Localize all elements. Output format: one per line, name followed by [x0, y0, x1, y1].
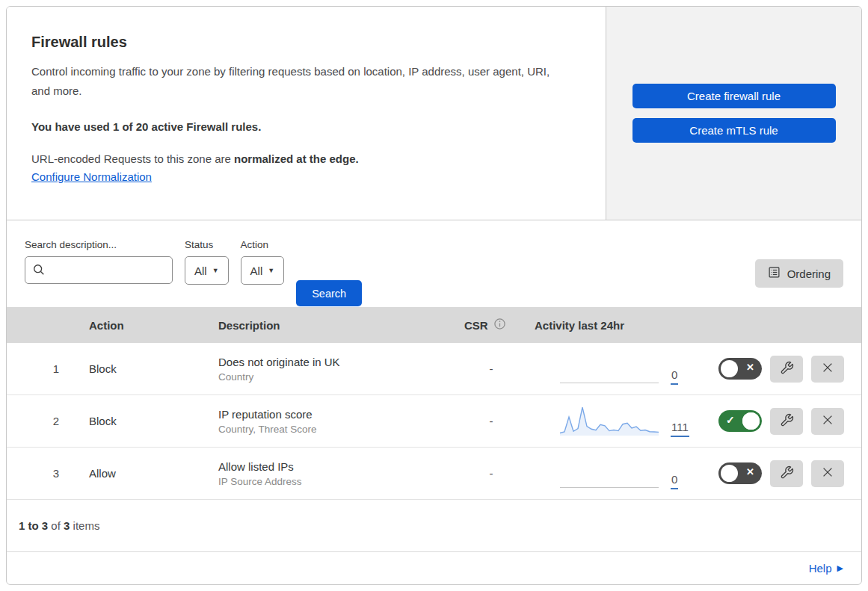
firewall-rules-card: Firewall rules Control incoming traffic …: [6, 6, 862, 585]
rule-activity-cell: 111: [530, 395, 700, 447]
rule-controls: ✓ ✕: [700, 460, 861, 487]
rule-csr: -: [452, 362, 530, 375]
edit-rule-button[interactable]: [770, 460, 803, 487]
rule-activity-cell: 0: [530, 343, 700, 394]
activity-count-link[interactable]: 0: [671, 368, 678, 385]
table-header: Action Description CSR Activity last 24h…: [7, 307, 861, 343]
usage-note: You have used 1 of 20 active Firewall ru…: [31, 120, 576, 133]
rule-enabled-toggle[interactable]: ✓ ✕: [718, 358, 762, 380]
rule-csr: -: [452, 415, 530, 427]
rule-controls: ✓ ✕: [700, 408, 861, 435]
delete-rule-button[interactable]: [811, 408, 844, 435]
intro-description: Control incoming traffic to your zone by…: [31, 62, 562, 100]
rule-description: IP reputation score: [218, 408, 452, 421]
rule-priority: 1: [7, 362, 79, 375]
search-input[interactable]: [25, 256, 173, 284]
action-label: Action: [241, 239, 285, 250]
edit-rule-button[interactable]: [770, 356, 803, 383]
item-range: 1 to 3: [19, 519, 48, 532]
column-description: Description: [208, 319, 452, 332]
rule-description-cell: IP reputation score Country, Threat Scor…: [208, 408, 452, 435]
create-mtls-rule-button[interactable]: Create mTLS rule: [632, 118, 836, 143]
rule-enabled-toggle[interactable]: ✓ ✕: [718, 462, 762, 484]
search-box: [25, 256, 173, 284]
help-bar: Help ▶: [7, 552, 861, 584]
chevron-down-icon: ▼: [268, 267, 274, 274]
rule-fields: IP Source Address: [218, 476, 452, 487]
of-text: of: [51, 519, 61, 532]
edit-rule-button[interactable]: [770, 408, 803, 435]
normalization-bold: normalized at the edge.: [234, 152, 359, 165]
rule-description: Allow listed IPs: [218, 460, 452, 473]
search-button[interactable]: Search: [296, 280, 362, 306]
help-label: Help: [809, 562, 832, 575]
arrow-right-icon: ▶: [837, 563, 843, 573]
rule-action: Block: [79, 362, 208, 375]
help-link[interactable]: Help ▶: [809, 562, 843, 575]
column-action: Action: [79, 319, 208, 332]
table-row: 2 Block IP reputation score Country, Thr…: [7, 395, 861, 448]
create-firewall-rule-button[interactable]: Create firewall rule: [632, 84, 836, 108]
sparkline-baseline: [560, 383, 659, 383]
csr-label: CSR: [464, 319, 488, 332]
delete-rule-button[interactable]: [811, 356, 844, 383]
page-title: Firewall rules: [31, 34, 576, 51]
x-icon: ✕: [746, 362, 754, 373]
rule-enabled-toggle[interactable]: ✓ ✕: [718, 410, 762, 432]
activity-sparkline: [560, 457, 659, 488]
table-row: 3 Allow Allow listed IPs IP Source Addre…: [7, 448, 861, 500]
rule-description-cell: Does not originate in UK Country: [208, 356, 452, 383]
activity-count-link[interactable]: 0: [671, 473, 678, 489]
action-dropdown[interactable]: All ▼: [241, 256, 285, 285]
cta-panel: Create firewall rule Create mTLS rule: [606, 7, 861, 220]
rule-csr: -: [452, 467, 530, 480]
action-dropdown-value: All: [250, 264, 263, 277]
rule-priority: 3: [7, 467, 79, 480]
status-label: Status: [185, 239, 229, 250]
rule-fields: Country: [218, 371, 452, 383]
action-filter-group: Action All ▼: [241, 239, 285, 285]
item-total: 3: [64, 519, 70, 532]
activity-count-link[interactable]: 111: [671, 421, 689, 437]
rule-description-cell: Allow listed IPs IP Source Address: [208, 460, 452, 487]
check-icon: ✓: [726, 414, 735, 426]
status-dropdown[interactable]: All ▼: [185, 256, 229, 285]
rule-priority: 2: [7, 415, 79, 427]
rule-activity-cell: 0: [530, 448, 700, 499]
toggle-knob: [721, 465, 738, 482]
column-activity: Activity last 24hr: [530, 319, 700, 332]
info-icon[interactable]: [493, 318, 506, 332]
delete-rule-button[interactable]: [811, 460, 844, 487]
close-icon: [821, 465, 834, 481]
rule-action: Block: [79, 415, 208, 427]
wrench-icon: [780, 361, 794, 377]
rule-description: Does not originate in UK: [218, 356, 452, 368]
chevron-down-icon: ▼: [212, 267, 219, 274]
rule-fields: Country, Threat Score: [218, 424, 452, 435]
column-csr: CSR: [452, 318, 530, 332]
normalization-note: URL-encoded Requests to this zone are no…: [31, 152, 576, 165]
x-icon: ✕: [746, 466, 754, 477]
ordering-icon: [768, 266, 781, 281]
search-label: Search description...: [25, 239, 173, 250]
wrench-icon: [780, 413, 794, 430]
toggle-knob: [742, 412, 760, 430]
page: Firewall rules Control incoming traffic …: [0, 0, 868, 591]
pagination-summary: 1 to 3 of 3 items: [7, 500, 861, 552]
items-text: items: [73, 519, 100, 532]
rule-controls: ✓ ✕: [700, 356, 861, 383]
wrench-icon: [780, 465, 794, 482]
status-dropdown-value: All: [194, 264, 207, 277]
status-filter-group: Status All ▼: [185, 239, 229, 285]
search-group: Search description...: [25, 239, 173, 284]
sparkline-baseline: [560, 487, 659, 488]
configure-normalization-link[interactable]: Configure Normalization: [31, 170, 152, 183]
intro-panel: Firewall rules Control incoming traffic …: [7, 7, 606, 220]
search-icon: [32, 263, 46, 276]
normalization-prefix: URL-encoded Requests to this zone are: [31, 152, 231, 165]
top-section: Firewall rules Control incoming traffic …: [7, 7, 861, 220]
ordering-button[interactable]: Ordering: [755, 259, 843, 288]
table-row: 1 Block Does not originate in UK Country…: [7, 343, 861, 395]
filter-bar: Search description... Status All ▼ Actio…: [7, 220, 861, 307]
toggle-knob: [721, 360, 738, 377]
